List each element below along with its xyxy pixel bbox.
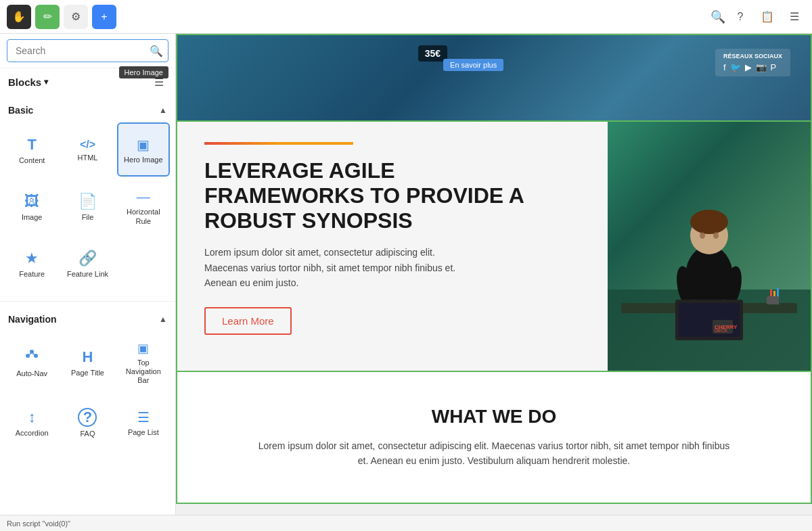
basic-section-header: Basic ▲ — [0, 101, 175, 120]
block-item-page-title[interactable]: H Page Title — [61, 331, 114, 392]
toolbar-search-icon[interactable]: 🔍 — [710, 9, 725, 24]
pinterest-icon: P — [771, 62, 777, 72]
image-icon: 🖼 — [24, 193, 39, 210]
block-item-file[interactable]: 📄 File — [61, 179, 114, 233]
menu-button[interactable]: ☰ — [784, 6, 805, 28]
block-item-hero-image[interactable]: ▣ Hero Image — [117, 122, 170, 177]
canvas-hero-top: 35€ En savoir plus RÉSEAUX SOCIAUX f 🐦 ▶… — [176, 34, 812, 122]
auto-nav-icon — [24, 348, 39, 367]
hero-accent-bar — [204, 142, 353, 145]
content-icon: T — [27, 136, 36, 154]
svg-point-10 — [700, 232, 705, 239]
hero-image-tooltip: Hero Image — [119, 66, 168, 78]
block-item-feature[interactable]: ★ Feature — [5, 236, 58, 290]
block-item-html[interactable]: </> HTML — [61, 122, 114, 177]
main-layout: 🔍 Hero Image Blocks ▾ ☰ Basic ▲ T Cont — [0, 34, 812, 515]
svg-line-3 — [30, 353, 31, 354]
social-icons-row: f 🐦 ▶ 📷 P — [723, 62, 782, 72]
status-text: Run script "void(0)" — [7, 520, 70, 528]
hero-image-placeholder: CHERRY DECK — [608, 122, 811, 371]
what-we-do-title: WHAT WE DO — [204, 406, 784, 428]
basic-block-grid: T Content </> HTML ▣ Hero Image 🖼 Image … — [0, 120, 175, 293]
hero-image-icon: ▣ — [137, 137, 150, 153]
sidebar: 🔍 Hero Image Blocks ▾ ☰ Basic ▲ T Cont — [0, 34, 176, 515]
toolbar-search-area: 🔍 — [710, 9, 725, 24]
basic-section-label: Basic — [8, 105, 33, 116]
horizontal-rule-label: Horizontal Rule — [121, 208, 166, 225]
canvas-hero-section: LEVERAGE AGILE FRAMEWORKS TO PROVIDE A R… — [176, 122, 812, 372]
faq-label: FAQ — [80, 430, 95, 438]
top-nav-bar-label: Top Navigation Bar — [121, 359, 166, 386]
block-item-page-list[interactable]: ☰ Page List — [117, 395, 170, 449]
feature-icon: ★ — [25, 250, 39, 267]
blocks-dropdown-icon: ▾ — [44, 77, 48, 87]
horizontal-rule-icon: — — [137, 189, 150, 205]
canvas-what-we-do-section: WHAT WE DO Lorem ipsum dolor sit amet, c… — [176, 372, 812, 504]
en-savoir-plus: En savoir plus — [443, 59, 503, 71]
basic-collapse-button[interactable]: ▲ — [159, 106, 167, 115]
svg-rect-22 — [767, 296, 779, 304]
block-item-horizontal-rule[interactable]: — Horizontal Rule — [117, 179, 170, 233]
search-icon: 🔍 — [150, 45, 163, 57]
html-icon: </> — [80, 139, 95, 151]
facebook-icon: f — [723, 62, 726, 72]
navigation-section-header: Navigation ▲ — [0, 310, 175, 329]
hero-content: LEVERAGE AGILE FRAMEWORKS TO PROVIDE A R… — [177, 122, 608, 371]
file-label: File — [82, 213, 94, 222]
search-input[interactable] — [7, 39, 168, 62]
help-button[interactable]: ? — [729, 6, 751, 28]
block-item-auto-nav[interactable]: Auto-Nav — [5, 331, 58, 392]
hero-headline: LEVERAGE AGILE FRAMEWORKS TO PROVIDE A R… — [204, 158, 529, 233]
svg-point-2 — [34, 354, 38, 358]
hero-image-label: Hero Image — [124, 156, 162, 164]
section-divider — [0, 301, 175, 302]
sidebar-search-area: 🔍 Hero Image — [0, 34, 175, 68]
block-item-image[interactable]: 🖼 Image — [5, 179, 58, 233]
feature-link-icon: 🔗 — [78, 250, 97, 267]
svg-text:DECK: DECK — [715, 328, 728, 333]
block-item-feature-link[interactable]: 🔗 Feature Link — [61, 236, 114, 290]
settings-tool-button[interactable]: ⚙ — [64, 5, 88, 29]
svg-point-11 — [713, 232, 719, 239]
twitter-icon: 🐦 — [730, 62, 741, 72]
html-label: HTML — [78, 154, 98, 162]
page-title-label: Page Title — [71, 369, 104, 377]
copy-button[interactable]: 📋 — [757, 6, 778, 28]
page-list-label: Page List — [128, 428, 159, 437]
hero-body-text: Lorem ipsum dolor sit amet, consectetur … — [204, 245, 461, 290]
image-label: Image — [22, 213, 43, 222]
accordion-label: Accordion — [16, 429, 49, 438]
toolbar-right-icons: ? 📋 ☰ — [729, 6, 805, 28]
instagram-icon: 📷 — [756, 62, 767, 72]
faq-icon: ? — [78, 408, 97, 427]
auto-nav-label: Auto-Nav — [16, 369, 47, 378]
learn-more-button[interactable]: Learn More — [204, 307, 292, 335]
block-item-top-nav-bar[interactable]: ▣ Top Navigation Bar — [117, 331, 170, 392]
add-tool-button[interactable]: + — [92, 5, 116, 29]
social-block: RÉSEAUX SOCIAUX f 🐦 ▶ 📷 P — [715, 49, 790, 76]
file-icon: 📄 — [78, 193, 97, 210]
blocks-title[interactable]: Blocks ▾ — [8, 76, 48, 88]
edit-tool-button[interactable]: ✏ — [35, 5, 60, 29]
top-toolbar: ✋ ✏ ⚙ + 🔍 ? 📋 ☰ — [0, 0, 812, 34]
reseaux-label: RÉSEAUX SOCIAUX — [723, 53, 782, 60]
svg-line-4 — [33, 353, 35, 354]
navigation-section-label: Navigation — [8, 314, 57, 325]
content-label: Content — [19, 156, 45, 165]
accordion-icon: ↕ — [28, 409, 36, 426]
svg-point-9 — [690, 210, 728, 234]
navigation-collapse-button[interactable]: ▲ — [159, 315, 167, 324]
page-list-icon: ☰ — [137, 409, 150, 425]
youtube-icon: ▶ — [745, 62, 752, 72]
block-item-accordion[interactable]: ↕ Accordion — [5, 395, 58, 449]
hero-image-side: CHERRY DECK — [608, 122, 811, 371]
block-item-content[interactable]: T Content — [5, 122, 58, 177]
navigation-block-grid: Auto-Nav H Page Title ▣ Top Navigation B… — [0, 329, 175, 452]
feature-label: Feature — [19, 270, 45, 279]
navigation-section: Navigation ▲ Auto-Nav H Page Title ▣ Top… — [0, 304, 175, 457]
hand-tool-button[interactable]: ✋ — [7, 5, 31, 29]
feature-link-label: Feature Link — [67, 270, 108, 279]
canvas-area: 35€ En savoir plus RÉSEAUX SOCIAUX f 🐦 ▶… — [176, 34, 812, 515]
page-title-icon: H — [83, 348, 93, 366]
block-item-faq[interactable]: ? FAQ — [61, 395, 114, 449]
